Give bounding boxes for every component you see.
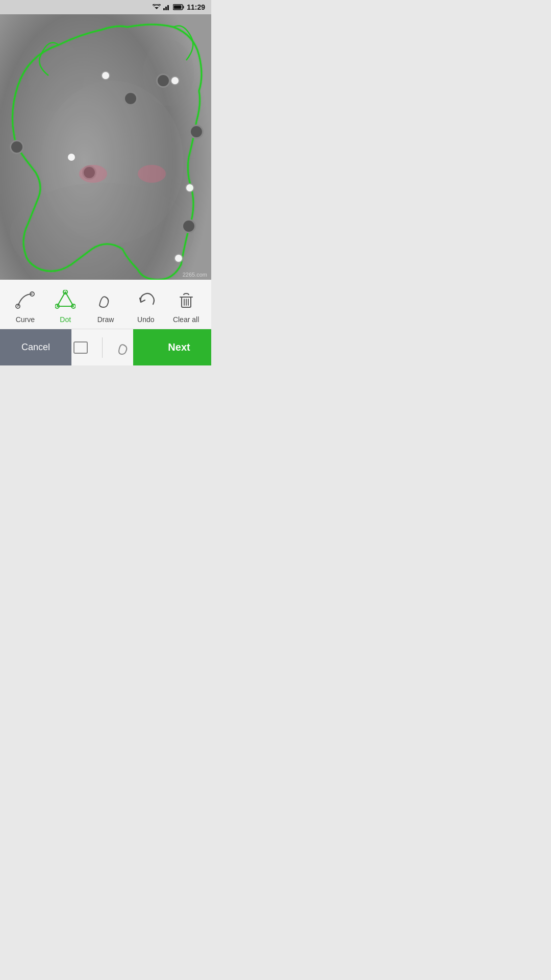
- svg-rect-7: [174, 6, 182, 9]
- signal-icon: [163, 4, 170, 10]
- control-point-right-mid[interactable]: [185, 183, 194, 192]
- svg-rect-2: [165, 7, 167, 10]
- next-button[interactable]: Next: [133, 329, 211, 365]
- curve-label: Curve: [16, 315, 35, 324]
- control-point-right-ear[interactable]: [189, 125, 204, 139]
- status-icons: 11:29: [153, 3, 205, 11]
- bottom-area: Curve Dot Draw: [0, 280, 211, 365]
- wifi-icon: [153, 4, 161, 10]
- selection-path: [0, 14, 211, 280]
- trash-icon: [175, 289, 197, 311]
- draw-icon: [94, 289, 117, 311]
- svg-rect-4: [169, 4, 170, 10]
- battery-icon: [173, 4, 184, 10]
- middle-icons: [71, 337, 133, 358]
- control-point-right-lower[interactable]: [182, 219, 196, 233]
- undo-icon: [135, 289, 157, 311]
- image-area[interactable]: 2265.com: [0, 14, 211, 280]
- draw-tool[interactable]: Draw: [90, 289, 121, 324]
- rectangle-mode-icon[interactable]: [71, 338, 90, 357]
- curve-icon: [14, 289, 36, 311]
- control-point-light-1[interactable]: [67, 153, 76, 162]
- svg-rect-6: [183, 6, 184, 9]
- svg-marker-0: [155, 7, 159, 9]
- control-point-top-right[interactable]: [170, 76, 180, 85]
- undo-tool[interactable]: Undo: [131, 289, 161, 324]
- control-point-left-ear[interactable]: [156, 74, 170, 88]
- cancel-button[interactable]: Cancel: [0, 329, 71, 365]
- draw-label: Draw: [97, 315, 114, 324]
- clear-all-label: Clear all: [173, 315, 199, 324]
- control-point-left-body[interactable]: [82, 165, 96, 180]
- control-point-top-head[interactable]: [101, 71, 110, 80]
- svg-rect-23: [74, 342, 87, 353]
- status-bar: 11:29: [0, 0, 211, 14]
- watermark: 2265.com: [183, 272, 207, 278]
- dot-tool[interactable]: Dot: [50, 289, 81, 324]
- status-time: 11:29: [187, 3, 205, 11]
- svg-rect-1: [163, 8, 165, 10]
- dot-icon: [54, 289, 77, 311]
- clear-all-tool[interactable]: Clear all: [171, 289, 202, 324]
- control-point-bottom-right[interactable]: [174, 254, 183, 263]
- divider: [102, 337, 103, 358]
- svg-rect-3: [167, 5, 169, 10]
- dot-label: Dot: [60, 315, 71, 324]
- control-point-top-between-ears[interactable]: [123, 91, 138, 106]
- toolbar: Curve Dot Draw: [0, 280, 211, 329]
- action-bar: Cancel Next: [0, 329, 211, 365]
- undo-label: Undo: [137, 315, 154, 324]
- curve-tool[interactable]: Curve: [10, 289, 40, 324]
- control-point-left-paw[interactable]: [10, 140, 24, 154]
- freeform-mode-icon[interactable]: [115, 338, 133, 357]
